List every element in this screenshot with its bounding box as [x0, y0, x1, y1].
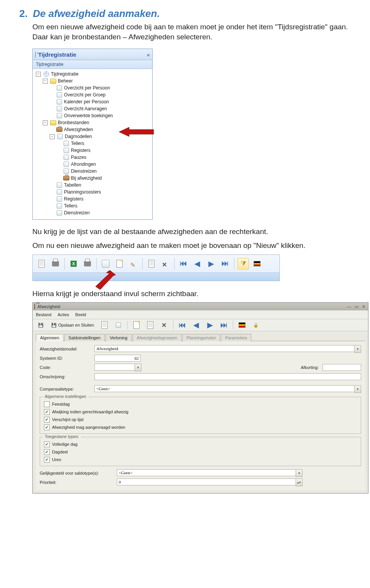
- tree-node[interactable]: Tabellen: [50, 182, 151, 189]
- tab-planningsmotor[interactable]: Planningsmotor: [182, 334, 220, 341]
- nav-last-button[interactable]: ⏭: [218, 319, 230, 331]
- checkbox-row[interactable]: ✔Afwezigheid mag aangevraagd worden: [44, 423, 357, 431]
- nav-prev-button[interactable]: ◀: [192, 258, 203, 270]
- edit-button[interactable]: [128, 258, 139, 270]
- tree-node[interactable]: Pauzes: [57, 154, 151, 161]
- checkbox-icon[interactable]: ✔: [44, 409, 50, 415]
- panel-titlebar: Tijdregistratie «: [33, 49, 152, 60]
- checkbox-icon[interactable]: ✔: [44, 457, 50, 463]
- checkbox-row[interactable]: Feestdag: [44, 400, 357, 408]
- copy-button[interactable]: [146, 258, 157, 270]
- delete-button[interactable]: [160, 258, 171, 270]
- sysid-input[interactable]: [94, 355, 141, 362]
- collapse-toggle-icon[interactable]: −: [43, 79, 48, 84]
- checkbox-row[interactable]: ✔Dagdeel: [44, 448, 357, 456]
- checkbox-row[interactable]: ✔Afwijking indien gerechtvaardigd afwezi…: [44, 408, 357, 416]
- search-button[interactable]: [100, 258, 111, 270]
- nav-next-button[interactable]: ▶: [204, 319, 216, 331]
- prio-spinner[interactable]: ▴▾: [117, 478, 303, 486]
- tree-node[interactable]: Kalender per Persoon: [50, 98, 151, 105]
- checkbox-icon[interactable]: ✔: [44, 425, 50, 430]
- save-button[interactable]: 💾: [35, 319, 47, 331]
- language-button[interactable]: [236, 319, 248, 331]
- collapse-chevron-icon[interactable]: «: [147, 51, 150, 58]
- tree-node[interactable]: Dienstreizen: [57, 168, 151, 175]
- refresh-button[interactable]: [113, 319, 124, 331]
- collapse-toggle-icon[interactable]: −: [36, 72, 41, 77]
- tab-verloning[interactable]: Verloning: [106, 334, 132, 341]
- item-icon: [56, 189, 62, 195]
- gelijk-input[interactable]: [117, 469, 296, 476]
- checkbox-row[interactable]: ✔Verschijnt op lijst: [44, 416, 357, 423]
- dropdown-arrow-icon[interactable]: ▾: [296, 469, 303, 477]
- tree-node[interactable]: − Bronbestanden: [43, 119, 151, 126]
- tree-node[interactable]: Afrondingen: [57, 161, 151, 168]
- comp-input[interactable]: [94, 385, 354, 392]
- menu-item[interactable]: Beeld: [75, 312, 86, 317]
- tree-node[interactable]: Overzicht per Groep: [50, 91, 151, 98]
- nav-first-button[interactable]: ⏮: [178, 258, 189, 270]
- collapse-toggle-icon[interactable]: −: [43, 120, 48, 125]
- window-control-buttons[interactable]: — ▭ ✕: [347, 304, 367, 309]
- tree-node[interactable]: − Beheer: [43, 78, 151, 84]
- group-legend: Algemene instellingen: [43, 394, 88, 399]
- tree-node[interactable]: Overzicht per Persoon: [50, 84, 151, 91]
- menu-item[interactable]: Acties: [57, 312, 69, 317]
- lock-button[interactable]: 🔒: [250, 319, 262, 331]
- checkbox-icon[interactable]: ✔: [44, 449, 50, 455]
- checkbox-icon[interactable]: [44, 401, 50, 407]
- tree-node[interactable]: Registers: [50, 195, 151, 202]
- delete-button[interactable]: [158, 319, 170, 331]
- copy-button[interactable]: [145, 319, 156, 331]
- collapse-toggle-icon[interactable]: −: [50, 134, 55, 139]
- tree-node[interactable]: Overzicht Aanvragen: [50, 105, 151, 112]
- tree-node[interactable]: − Dagmodellen: [50, 133, 151, 140]
- tree-label: Overzicht Aanvragen: [64, 105, 107, 112]
- new-button[interactable]: [114, 258, 125, 270]
- nav-first-button[interactable]: ⏮: [177, 319, 188, 331]
- tree-node[interactable]: Bij afwezigheid: [57, 175, 151, 182]
- spinner-arrows-icon[interactable]: ▴▾: [296, 478, 303, 486]
- print-button[interactable]: [50, 258, 61, 270]
- export-button[interactable]: [36, 258, 47, 270]
- excel-export-button[interactable]: X: [68, 258, 79, 270]
- dropdown-arrow-icon[interactable]: ▾: [135, 364, 141, 371]
- language-button[interactable]: [251, 258, 263, 270]
- tree-node[interactable]: Planningsroosters: [50, 189, 151, 195]
- save-and-close-button[interactable]: 💾 Opslaan en Sluiten: [49, 322, 96, 329]
- checkbox-row[interactable]: ✔Uren: [44, 456, 357, 463]
- model-combo[interactable]: ▾: [94, 345, 361, 353]
- tab-parameters[interactable]: Parameters: [221, 334, 251, 341]
- panel-subtitle-bar[interactable]: Tijdregistratie: [33, 60, 152, 69]
- menu-item[interactable]: Bestand: [36, 312, 51, 317]
- tree-node[interactable]: Tellers: [57, 140, 151, 147]
- model-input[interactable]: [94, 345, 354, 352]
- nav-next-button[interactable]: ▶: [205, 258, 217, 270]
- tree-node[interactable]: Onverwerkte boekingen: [50, 112, 151, 119]
- nav-last-button[interactable]: ⏭: [219, 258, 231, 270]
- checkbox-icon[interactable]: ✔: [44, 441, 50, 447]
- tab-afwezigheidsgroepen[interactable]: Afwezigheidsgroepen: [133, 334, 182, 341]
- dropdown-arrow-icon[interactable]: ▾: [354, 385, 361, 393]
- new-button[interactable]: [131, 319, 142, 331]
- filter-button[interactable]: ⧩: [237, 258, 249, 270]
- tree-node[interactable]: Dienstreizen: [50, 209, 151, 216]
- nav-prev-button[interactable]: ◀: [190, 319, 202, 331]
- save-new-button[interactable]: [99, 319, 110, 331]
- tab-algemeen[interactable]: Algemeen: [36, 334, 64, 341]
- print-preview-button[interactable]: [82, 258, 93, 270]
- tree-node[interactable]: Registers: [57, 147, 151, 154]
- tab-saldoinstellingen[interactable]: Saldoinstellingen: [64, 334, 105, 341]
- dropdown-arrow-icon[interactable]: ▾: [354, 345, 361, 353]
- comp-combo[interactable]: ▾: [94, 385, 361, 393]
- code-input[interactable]: [94, 364, 135, 371]
- afk-input[interactable]: [323, 364, 361, 371]
- tree-node[interactable]: − Tijdregistratie: [36, 71, 151, 78]
- code-combo[interactable]: ▾: [94, 364, 141, 371]
- gelijk-combo[interactable]: ▾: [117, 469, 303, 477]
- prio-input[interactable]: [117, 478, 296, 485]
- tree-node[interactable]: Tellers: [50, 202, 151, 209]
- checkbox-row[interactable]: ✔Volledige dag: [44, 440, 357, 448]
- omschr-input[interactable]: [94, 373, 361, 380]
- checkbox-icon[interactable]: ✔: [44, 417, 50, 423]
